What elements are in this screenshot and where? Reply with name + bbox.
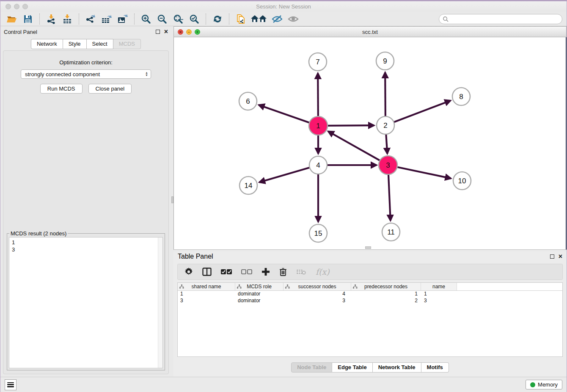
graph-node-9[interactable]: 9 bbox=[376, 52, 394, 70]
edge-3-1[interactable] bbox=[328, 131, 381, 161]
network-canvas[interactable]: 7968124314101511 bbox=[173, 37, 567, 250]
column-pane-icon bbox=[202, 268, 212, 276]
edge-1-7[interactable] bbox=[318, 73, 318, 118]
close-panel-icon[interactable]: × bbox=[164, 30, 168, 34]
graph-node-6[interactable]: 6 bbox=[239, 92, 257, 110]
edge-3-10[interactable] bbox=[396, 167, 451, 178]
refresh-button[interactable] bbox=[210, 13, 225, 25]
table-tab-network-table[interactable]: Network Table bbox=[373, 362, 421, 373]
svg-text:4: 4 bbox=[316, 161, 320, 169]
maximize-network-button[interactable]: + bbox=[195, 29, 200, 35]
minimize-window-button[interactable] bbox=[14, 4, 19, 9]
add-column-button[interactable] bbox=[261, 268, 270, 276]
graph-node-7[interactable]: 7 bbox=[309, 53, 327, 71]
graph-node-14[interactable]: 14 bbox=[239, 177, 257, 194]
column-header-mcds-role[interactable]: MCDS role bbox=[235, 283, 284, 290]
export-network-button[interactable] bbox=[83, 13, 98, 25]
first-neighbors-icon bbox=[250, 14, 267, 24]
toolbar-separator bbox=[229, 14, 229, 25]
column-header-name[interactable]: name bbox=[421, 283, 457, 290]
command-panel-button[interactable] bbox=[5, 379, 17, 390]
graph-node-4[interactable]: 4 bbox=[309, 156, 327, 174]
delete-column-button[interactable] bbox=[279, 268, 287, 276]
table-cell: 2 bbox=[351, 298, 421, 304]
graph-node-11[interactable]: 11 bbox=[382, 223, 400, 241]
search-box[interactable] bbox=[439, 14, 562, 24]
table-cell: 1 bbox=[351, 291, 421, 298]
show-all-button[interactable] bbox=[286, 13, 300, 25]
toolbar-separator bbox=[39, 14, 40, 25]
column-header-shared-name[interactable]: shared name bbox=[178, 283, 235, 290]
checked-boxes-icon bbox=[221, 269, 232, 275]
hide-selected-button[interactable] bbox=[270, 13, 284, 25]
graph-node-15[interactable]: 15 bbox=[309, 224, 327, 242]
export-table-button[interactable] bbox=[99, 13, 114, 25]
maximize-window-button[interactable] bbox=[22, 4, 28, 9]
search-input[interactable] bbox=[450, 16, 559, 22]
table-panel-title: Table Panel bbox=[178, 253, 213, 260]
memory-button[interactable]: Memory bbox=[526, 380, 562, 389]
column-label: name bbox=[432, 284, 445, 290]
criterion-dropdown[interactable]: strongly connected component ▲▼ bbox=[21, 69, 151, 79]
node-table[interactable]: shared nameMCDS rolesuccessor nodesprede… bbox=[177, 282, 563, 357]
function-builder-button[interactable]: f(x) bbox=[316, 267, 330, 276]
mcds-result-title: MCDS result (2 nodes) bbox=[9, 230, 68, 237]
delete-table-button[interactable] bbox=[296, 268, 306, 275]
clone-network-button[interactable] bbox=[234, 13, 248, 25]
open-session-button[interactable] bbox=[5, 13, 19, 25]
zoom-out-button[interactable] bbox=[155, 13, 169, 25]
table-tab-edge-table[interactable]: Edge Table bbox=[332, 362, 372, 373]
edge-1-6[interactable] bbox=[259, 105, 311, 123]
tab-style[interactable]: Style bbox=[63, 39, 87, 49]
float-panel-icon[interactable] bbox=[156, 30, 160, 34]
hierarchy-icon bbox=[237, 284, 242, 289]
column-label: MCDS role bbox=[247, 284, 272, 290]
table-cell: 3 bbox=[284, 298, 351, 304]
status-bar: Memory bbox=[0, 377, 567, 392]
tab-network[interactable]: Network bbox=[31, 39, 63, 49]
graph-node-1[interactable]: 1 bbox=[309, 116, 328, 135]
run-mcds-button[interactable]: Run MCDS bbox=[40, 84, 83, 94]
refresh-icon bbox=[212, 14, 223, 24]
table-row[interactable]: 3dominator323 bbox=[178, 298, 562, 304]
tab-select[interactable]: Select bbox=[87, 39, 113, 49]
graph-node-2[interactable]: 2 bbox=[377, 116, 394, 134]
column-header-successor-nodes[interactable]: successor nodes bbox=[284, 283, 351, 290]
edge-4-14[interactable] bbox=[259, 167, 311, 182]
edge-2-8[interactable] bbox=[393, 101, 451, 123]
first-neighbors-button[interactable] bbox=[250, 13, 268, 25]
table-settings-button[interactable] bbox=[184, 268, 193, 276]
close-panel-button[interactable]: Close panel bbox=[88, 84, 132, 94]
close-network-button[interactable]: ✕ bbox=[178, 29, 183, 35]
table-tab-node-table[interactable]: Node Table bbox=[291, 362, 332, 373]
graph-node-10[interactable]: 10 bbox=[453, 172, 471, 190]
edge-1-2[interactable] bbox=[326, 125, 374, 126]
float-table-panel-icon[interactable] bbox=[550, 254, 554, 259]
tab-mcds[interactable]: MCDS bbox=[113, 39, 141, 49]
zoom-selected-button[interactable] bbox=[187, 13, 201, 25]
canvas-resize-grip[interactable] bbox=[365, 246, 371, 249]
graph-node-8[interactable]: 8 bbox=[452, 88, 470, 105]
import-table-button[interactable] bbox=[60, 13, 74, 25]
export-image-button[interactable] bbox=[116, 13, 130, 25]
table-row[interactable]: 1dominator411 bbox=[178, 291, 562, 298]
deselect-all-button[interactable] bbox=[241, 269, 252, 275]
edge-3-11[interactable] bbox=[388, 173, 391, 221]
edge-2-3[interactable] bbox=[386, 133, 387, 154]
table-tab-motifs[interactable]: Motifs bbox=[421, 362, 449, 373]
graph-node-3[interactable]: 3 bbox=[379, 156, 397, 174]
close-table-panel-icon[interactable]: × bbox=[559, 254, 562, 259]
import-network-button[interactable] bbox=[44, 13, 58, 25]
edge-2-9[interactable] bbox=[385, 72, 385, 117]
column-header-predecessor-nodes[interactable]: predecessor nodes bbox=[351, 283, 421, 290]
result-scrollbar[interactable] bbox=[158, 237, 162, 368]
save-session-button[interactable] bbox=[21, 13, 35, 25]
column-pane-button[interactable] bbox=[202, 268, 212, 276]
svg-text:11: 11 bbox=[387, 228, 395, 236]
select-all-button[interactable] bbox=[221, 269, 232, 275]
zoom-in-button[interactable] bbox=[139, 13, 153, 25]
svg-text:7: 7 bbox=[316, 58, 319, 66]
minimize-network-button[interactable]: − bbox=[186, 29, 192, 35]
close-window-button[interactable] bbox=[6, 4, 11, 9]
zoom-fit-button[interactable] bbox=[171, 13, 185, 25]
